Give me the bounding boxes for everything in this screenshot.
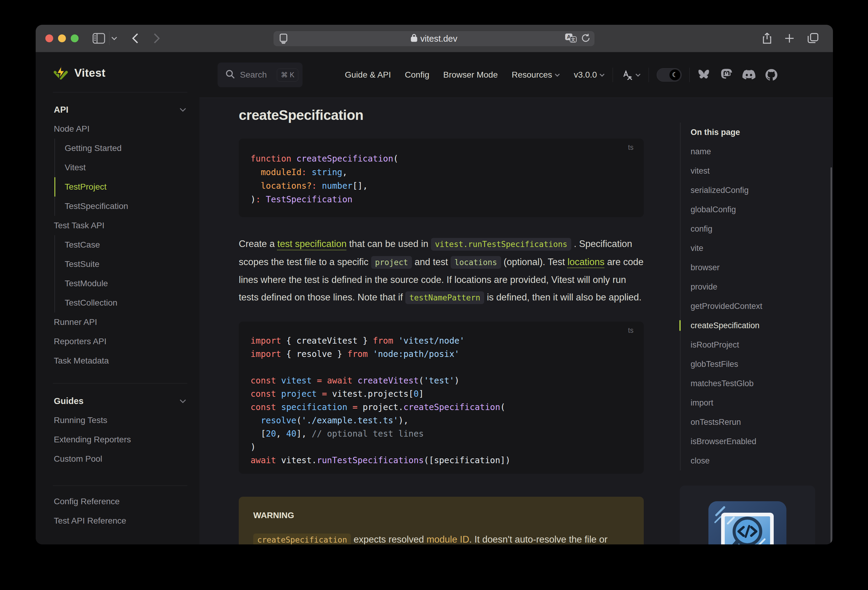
- logo-text: Vitest: [74, 67, 105, 79]
- chevron-down-icon[interactable]: [110, 25, 118, 52]
- sponsor-card[interactable]: [680, 486, 815, 544]
- nav-link-label: v3.0.0: [574, 70, 597, 80]
- language-menu[interactable]: [621, 69, 641, 81]
- toc-item-name[interactable]: name: [691, 142, 825, 161]
- nav-link-v3-0-0[interactable]: v3.0.0: [574, 70, 605, 80]
- sidebar-item-testsuite[interactable]: TestSuite: [55, 255, 199, 274]
- warning-callout: WARNING createSpecification expects reso…: [239, 497, 644, 544]
- sidebar-item-vitest[interactable]: Vitest: [55, 158, 199, 177]
- close-window-button[interactable]: [45, 34, 53, 42]
- address-bar[interactable]: vitest.dev A 文: [273, 31, 595, 46]
- sidebar-item-testmodule[interactable]: TestModule: [55, 274, 199, 293]
- sidebar-divider: [53, 486, 187, 486]
- sidebar-item-reporters-api[interactable]: Reporters API: [35, 332, 199, 351]
- nav-divider: [689, 68, 690, 82]
- back-icon[interactable]: [129, 25, 142, 52]
- code-block-example: ts import { createVitest } from 'vitest/…: [239, 322, 644, 474]
- minimize-window-button[interactable]: [58, 34, 66, 42]
- nav-link-resources[interactable]: Resources: [512, 70, 560, 80]
- nav-divider: [613, 68, 613, 82]
- section-label: Guides: [54, 396, 83, 406]
- social-links: [698, 68, 778, 81]
- sidebar-item-testspecification[interactable]: TestSpecification: [55, 197, 199, 216]
- bluesky-icon[interactable]: [698, 68, 711, 81]
- toc-item-serializedconfig[interactable]: serializedConfig: [691, 181, 825, 200]
- translate-icon[interactable]: A 文: [565, 33, 577, 44]
- toc-item-matchestestglob[interactable]: matchesTestGlob: [691, 374, 825, 393]
- toc-item-import[interactable]: import: [691, 393, 825, 412]
- code-search-screen-icon: [709, 501, 787, 544]
- sidebar-item-testcase[interactable]: TestCase: [55, 235, 199, 255]
- sidebar-item-testproject[interactable]: TestProject: [55, 177, 199, 197]
- toc-item-globalconfig[interactable]: globalConfig: [691, 200, 825, 219]
- code-content: function createSpecification( moduleId: …: [239, 138, 644, 206]
- page-title: createSpecification: [239, 107, 363, 123]
- nav-link-guide-api[interactable]: Guide & API: [345, 70, 391, 80]
- url-text: vitest.dev: [421, 34, 458, 44]
- inline-code-link-vitest-runtestspecifications[interactable]: vitest.runTestSpecifications: [431, 238, 571, 251]
- lock-icon: [411, 34, 417, 44]
- sidebar-item-running-tests[interactable]: Running Tests: [35, 410, 199, 430]
- forward-icon[interactable]: [151, 25, 163, 52]
- toc-item-createspecification[interactable]: createSpecification: [691, 316, 825, 335]
- warning-title: WARNING: [253, 511, 629, 520]
- toc-item-isrootproject[interactable]: isRootProject: [691, 335, 825, 355]
- vitest-logo[interactable]: Vitest: [53, 65, 105, 81]
- toc-item-config[interactable]: config: [691, 219, 825, 238]
- sidebar-toggle-icon[interactable]: [92, 25, 106, 52]
- tabs-icon[interactable]: [806, 25, 820, 52]
- nav-link-label: Config: [405, 70, 430, 80]
- scrollbar[interactable]: [831, 167, 832, 544]
- theme-toggle[interactable]: ☾: [657, 68, 682, 81]
- sidebar-item-runner-api[interactable]: Runner API: [35, 312, 199, 332]
- search-icon: [226, 69, 235, 80]
- sidebar-item-testcollection[interactable]: TestCollection: [55, 293, 199, 312]
- sidebar-item-test-task-api[interactable]: Test Task API: [35, 216, 199, 235]
- code-content: import { createVitest } from 'vitest/nod…: [239, 322, 644, 467]
- sidebar-item-task-metadata[interactable]: Task Metadata: [35, 351, 199, 371]
- svg-text:文: 文: [571, 37, 576, 42]
- zoom-window-button[interactable]: [71, 34, 78, 42]
- sidebar-item-node-api[interactable]: Node API: [35, 119, 199, 138]
- translate-icon: [621, 69, 633, 81]
- doc-link-locations[interactable]: locations: [568, 257, 604, 267]
- toc-title: On this page: [691, 122, 825, 142]
- sidebar-item-config-reference[interactable]: Config Reference: [35, 492, 199, 511]
- mastodon-icon[interactable]: [720, 68, 733, 81]
- toc-item-provide[interactable]: provide: [691, 277, 825, 297]
- sidebar-divider: [53, 92, 187, 93]
- reload-icon[interactable]: [581, 33, 590, 44]
- sidebar-item-test-api-reference[interactable]: Test API Reference: [35, 511, 199, 531]
- toc-item-vite[interactable]: vite: [691, 238, 825, 258]
- sidebar-item-custom-pool[interactable]: Custom Pool: [35, 449, 199, 469]
- sidebar-item-extending-reporters[interactable]: Extending Reporters: [35, 430, 199, 449]
- inline-code: createSpecification: [253, 534, 351, 544]
- github-icon[interactable]: [765, 68, 778, 81]
- sidebar-section-guides[interactable]: Guides: [35, 391, 199, 410]
- doc-link-test-specification[interactable]: test specification: [278, 238, 347, 249]
- vitest-logo-icon: [53, 65, 69, 81]
- sidebar-item-getting-started[interactable]: Getting Started: [55, 138, 199, 158]
- search-shortcut: ⌘ K: [277, 69, 298, 81]
- toc-item-vitest[interactable]: vitest: [691, 161, 825, 181]
- toc-item-isbrowserenabled[interactable]: isBrowserEnabled: [691, 432, 825, 451]
- toc-item-ontestsrerun[interactable]: onTestsRerun: [691, 412, 825, 432]
- nav-link-config[interactable]: Config: [405, 70, 430, 80]
- search-button[interactable]: Search ⌘ K: [218, 62, 303, 87]
- toc-item-globtestfiles[interactable]: globTestFiles: [691, 355, 825, 374]
- inline-code: locations: [451, 256, 501, 269]
- navbar: Search ⌘ K Guide & APIConfigBrowser Mode…: [199, 52, 833, 98]
- toc-item-close[interactable]: close: [691, 451, 825, 471]
- discord-icon[interactable]: [742, 68, 756, 81]
- nav-link-browser-mode[interactable]: Browser Mode: [443, 70, 498, 80]
- toc-item-getprovidedcontext[interactable]: getProvidedContext: [691, 297, 825, 316]
- inline-code-link-testnamepattern[interactable]: testNamePattern: [405, 291, 484, 304]
- new-tab-icon[interactable]: [783, 25, 796, 52]
- doc-link-module-id[interactable]: module ID: [427, 534, 469, 544]
- sidebar-section-api[interactable]: API: [35, 100, 199, 119]
- sidebar-nav: APINode APIGetting StartedVitestTestProj…: [35, 100, 199, 531]
- sidebar-divider: [53, 383, 187, 384]
- share-icon[interactable]: [760, 25, 774, 52]
- toc-item-browser[interactable]: browser: [691, 258, 825, 277]
- toc-items: namevitestserializedConfigglobalConfigco…: [691, 142, 825, 471]
